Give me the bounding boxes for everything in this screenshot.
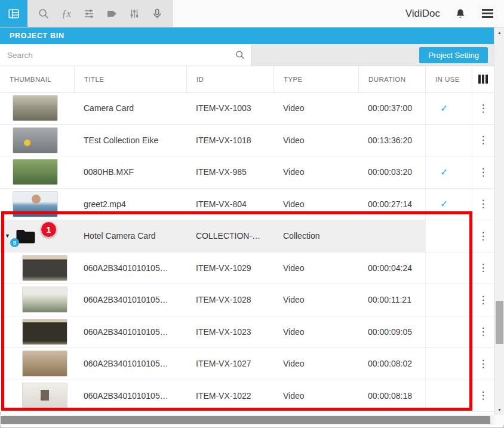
horizontal-scrollbar-thumb[interactable] [1,416,490,424]
row-duration: 00:00:37:00 [358,93,425,124]
layout-grid-button[interactable] [0,0,27,27]
row-actions: ⋮ [472,156,494,188]
table-row[interactable]: 0080HB.MXF ITEM-VX-985 Video 00:00:03:20… [0,156,494,189]
fx-icon: ƒx [62,8,70,19]
search-tool-button[interactable] [32,0,55,27]
row-menu-button[interactable]: ⋮ [474,292,493,307]
row-id: ITEM-VX-1022 [186,380,273,412]
notifications-button[interactable] [453,7,468,21]
table-header: THUMBNAIL TITLE ID TYPE DURATION IN USE [0,66,494,93]
row-id: ITEM-VX-804 [186,189,273,220]
column-header-duration[interactable]: DURATION [358,66,425,92]
row-title: 060A2B3401010105… [74,316,186,348]
scroll-up-icon[interactable]: ▲ [494,27,504,38]
row-menu-button[interactable]: ⋮ [474,229,493,244]
thumbnail-cell [0,156,74,188]
row-duration: 00:00:27:14 [358,189,425,220]
row-duration: 00:00:08:18 [358,380,425,412]
row-id: ITEM-VX-1028 [186,284,273,316]
row-title: 060A2B3401010105… [74,348,186,380]
in-use-check-icon: ✓ [440,167,448,178]
row-id: ITEM-VX-1029 [186,253,273,284]
thumbnail-cell [0,284,74,316]
table-row[interactable]: TEst Collection Eike ITEM-VX-1018 Video … [0,125,494,157]
row-menu-button[interactable]: ⋮ [474,324,493,339]
thumbnail-cell [0,380,74,412]
search-input[interactable] [0,44,251,66]
column-header-title[interactable]: TITLE [74,66,186,92]
row-in-use [425,253,472,284]
menu-icon [482,9,493,11]
row-title: 0080HB.MXF [74,156,186,188]
row-type: Collection [273,220,358,252]
horizontal-scrollbar[interactable] [0,415,494,425]
search-row: Project Setting [0,44,494,66]
row-id: ITEM-VX-1003 [186,93,273,124]
row-menu-button[interactable]: ⋮ [474,196,493,211]
toolbar-right: VidiDoc [405,7,504,21]
tag-icon [106,8,118,20]
thumbnail-cell [0,93,74,124]
row-duration: 00:13:36:20 [358,125,425,156]
row-type: Video [273,316,358,348]
row-type: Video [273,253,358,284]
table-row-child[interactable]: 060A2B3401010105… ITEM-VX-1029 Video 00:… [0,253,494,285]
table-row-collection[interactable]: ▼ 8 Hotel Camera Card COLLECTION-… Colle… [0,220,494,253]
table-row-child[interactable]: 060A2B3401010105… ITEM-VX-1023 Video 00:… [0,316,494,349]
collection-count-badge: 8 [10,238,19,247]
scroll-down-icon[interactable]: ▼ [494,405,504,415]
row-id: ITEM-VX-1023 [186,316,273,348]
table-row[interactable]: greet2.mp4 ITEM-VX-804 Video 00:00:27:14… [0,189,494,221]
table-row[interactable]: Camera Card ITEM-VX-1003 Video 00:00:37:… [0,93,494,125]
row-type: Video [273,284,358,316]
column-header-id[interactable]: ID [186,66,273,92]
vertical-scrollbar[interactable]: ▲ ▼ [494,27,504,415]
table-body: Camera Card ITEM-VX-1003 Video 00:00:37:… [0,93,494,412]
row-type: Video [273,156,358,188]
row-duration: 00:00:11:21 [358,284,425,316]
in-use-check-icon: ✓ [440,198,448,210]
column-header-type[interactable]: TYPE [273,66,358,92]
row-in-use: ✓ [425,189,472,220]
row-menu-button[interactable]: ⋮ [474,101,493,116]
row-duration [358,220,425,252]
effects-tool-button[interactable]: ƒx [55,0,78,27]
row-menu-button[interactable]: ⋮ [474,165,493,180]
video-thumbnail [13,192,57,217]
row-menu-button[interactable]: ⋮ [474,388,493,403]
vertical-scrollbar-thumb[interactable] [496,301,503,344]
row-in-use [425,125,472,156]
table-row-child[interactable]: 060A2B3401010105… ITEM-VX-1028 Video 00:… [0,284,494,316]
row-in-use [425,316,472,348]
microphone-icon [151,8,163,20]
row-type: Video [273,93,358,124]
microphone-tool-button[interactable] [146,0,168,27]
row-menu-button[interactable]: ⋮ [474,260,493,275]
tune-tool-button[interactable] [78,0,100,27]
row-title: 060A2B3401010105… [74,284,186,316]
video-thumbnail [23,319,67,344]
project-setting-button[interactable]: Project Setting [419,47,488,63]
column-header-thumbnail[interactable]: THUMBNAIL [0,66,74,92]
thumbnail-cell [0,125,74,156]
video-thumbnail [13,96,57,121]
row-menu-button[interactable]: ⋮ [474,356,493,371]
columns-icon[interactable] [476,72,490,86]
menu-button[interactable] [481,8,494,19]
row-duration: 00:00:03:20 [358,156,425,188]
table-grid-icon [8,8,20,20]
label-tool-button[interactable] [100,0,123,27]
row-menu-button[interactable]: ⋮ [474,133,493,147]
table-row-child[interactable]: 060A2B3401010105… ITEM-VX-1022 Video 00:… [0,380,494,412]
column-chooser-cell [472,66,494,92]
project-bin-title: PROJECT BIN [10,32,64,40]
row-in-use [425,220,472,252]
row-title: greet2.mp4 [74,189,186,220]
column-header-in-use[interactable]: IN USE [425,66,472,92]
video-thumbnail [23,287,67,312]
collapse-arrow-icon[interactable]: ▼ [4,232,11,240]
row-in-use [425,284,472,316]
row-title: Camera Card [74,93,186,124]
table-row-child[interactable]: 060A2B3401010105… ITEM-VX-1027 Video 00:… [0,348,494,380]
equalizer-tool-button[interactable] [123,0,146,27]
